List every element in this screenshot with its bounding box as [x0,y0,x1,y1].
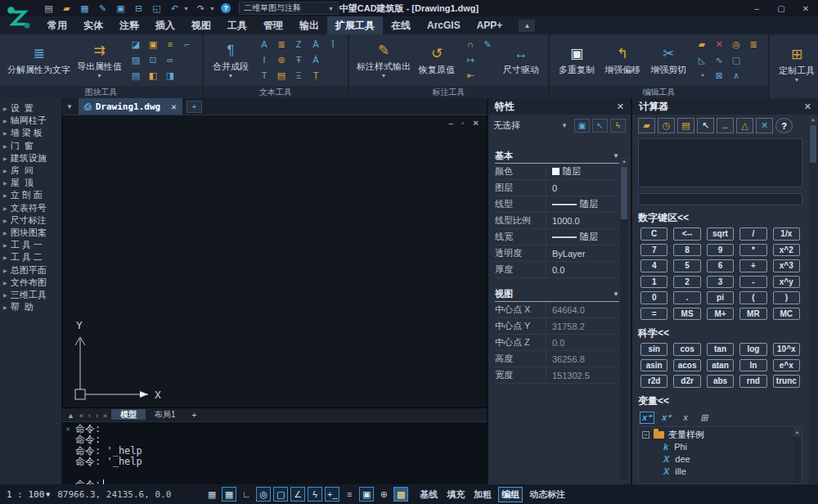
calc-key-asin[interactable]: asin [640,359,667,372]
calc-key-square[interactable]: x^2 [773,244,800,257]
calc-key-9[interactable]: 9 [707,244,734,257]
quick-select-icon[interactable]: ↖ [592,119,608,133]
text-circle-icon[interactable]: ⊛ [274,52,289,67]
variables-section-label[interactable]: 变量<< [632,389,808,410]
calc-key-divide[interactable]: / [739,227,766,241]
calc-key-tan[interactable]: tan [707,343,734,356]
block-swap-icon[interactable]: ◧ [146,68,160,83]
sidebar-item-8[interactable]: ▶立 剖 面 [0,189,61,201]
calc-key-atan[interactable]: atan [707,359,734,372]
calc-key-c[interactable]: C [640,227,667,241]
calc-key-multiply[interactable]: * [739,244,766,257]
curve-icon[interactable]: ∿ [712,52,726,67]
property-value[interactable]: 0 [546,180,619,196]
text-justify-icon[interactable]: Ξ [291,68,306,83]
calc-key-ln[interactable]: ln [739,359,766,372]
dim-offset-icon[interactable]: ⇤ [463,68,478,83]
calculator-display[interactable] [638,138,802,187]
merge-to-paragraph-button[interactable]: ¶合并成段▼ [211,41,250,79]
selection-cycling-icon[interactable]: ⊕ [376,487,391,502]
text-style-icon[interactable]: T [257,68,272,83]
collapse-node-icon[interactable]: − [642,431,649,439]
text-rotate-icon[interactable]: Z [291,37,306,52]
calculator-scrollbar[interactable]: ▲ [809,115,817,484]
calc-key-d2r[interactable]: d2r [673,375,700,388]
enhanced-trim-button[interactable]: ✂增强剪切 [649,44,688,76]
menu-tab-5[interactable]: 视图 [183,16,219,35]
canvas-close-icon[interactable]: ✕ [473,119,479,128]
calc-key-power[interactable]: x^y [773,276,800,289]
calc-key-sin[interactable]: sin [640,343,667,356]
doc-list-dropdown-icon[interactable]: ▼ [65,103,74,110]
brush-icon[interactable]: ▰ [694,37,709,52]
new-layout-button[interactable]: + [187,411,203,420]
drawing-canvas[interactable]: – ▫ ✕ Y X [62,115,487,408]
swap-icon[interactable]: ◎ [729,37,744,52]
sidebar-item-2[interactable]: ▶轴网柱子 [0,115,61,127]
multiple-copy-button[interactable]: ▣多重复制 [557,44,596,76]
triangle-icon[interactable]: ◺ [694,52,709,67]
calc-key-equals[interactable]: = [640,308,667,321]
sidebar-item-15[interactable]: ▶文件布图 [0,277,61,289]
menu-tab-2[interactable]: 实体 [75,16,111,35]
custom-tools-button[interactable]: ⊞定制工具▼ [777,45,816,83]
calc-key-4[interactable]: 4 [640,259,667,272]
command-close-icon[interactable]: ✕ [62,422,74,484]
calc-key-7[interactable]: 7 [640,244,667,257]
calc-key-mc[interactable]: MC [773,308,800,321]
layout-nav-icon-1[interactable]: ▲ [65,412,77,420]
calc-key-0[interactable]: 0 [640,291,667,304]
scroll-thumb[interactable] [621,167,627,219]
text-mark-icon[interactable]: Ṭ [308,68,323,83]
calc-key-sqrt[interactable]: sqrt [707,227,734,241]
polyline-icon[interactable]: ∧ [729,68,744,83]
clear-icon[interactable]: ✕ [756,118,773,133]
clip-region-icon[interactable]: ⊠ [712,68,726,83]
variable-category-row[interactable]: − 变量样例 [642,429,798,441]
zoom-extents-icon[interactable]: ◱ [151,1,163,16]
attr-flush-icon[interactable]: ≡ [163,37,178,52]
copy-sheets-icon[interactable]: ▣ [115,1,127,16]
explode-attr-to-text-button[interactable]: ≣分解属性为文字 [7,44,70,76]
scroll-thumb[interactable] [810,125,816,163]
lineweight-icon[interactable]: ≡ [342,487,357,502]
save-icon[interactable]: ▦ [79,1,91,16]
block-link-icon[interactable]: ∞ [163,52,178,67]
undo-icon[interactable]: ↶ [169,1,181,16]
calc-key-abs[interactable]: abs [707,375,734,388]
text-case-icon[interactable]: Ā [308,37,323,52]
text-spell-icon[interactable]: Â [308,52,323,67]
scroll-up-icon[interactable]: ▲ [793,428,801,437]
variable-item-3[interactable]: Xille [642,466,798,478]
sidebar-item-14[interactable]: ▶总图平面 [0,263,61,276]
tree-scrollbar[interactable]: ▲ [793,428,801,484]
calc-key-5[interactable]: 5 [673,259,700,272]
new-drawing-button[interactable]: + [187,101,202,113]
sidebar-item-10[interactable]: ▶尺寸标注 [0,214,61,227]
calc-key-pi[interactable]: pi [707,291,734,304]
sidebar-item-11[interactable]: ▶图块图案 [0,227,61,239]
close-tab-icon[interactable]: ✕ [171,101,177,112]
text-doc-icon[interactable]: ▤ [274,68,289,83]
property-value[interactable]: 0.0 [546,335,619,350]
dynamic-dim-toggle[interactable]: 动态标注 [527,488,568,502]
sidebar-item-5[interactable]: ▶建筑设施 [0,152,61,164]
calc-key-1[interactable]: 1 [640,276,667,289]
erase-icon[interactable]: ✕ [712,37,726,52]
calc-key-ms[interactable]: MS [673,308,700,321]
layout-tab-2[interactable]: 布局1 [146,409,185,420]
grid-display-icon[interactable]: ▦ [204,487,219,502]
help-icon[interactable]: ? [221,3,231,13]
dynamic-input-icon[interactable]: +_ [325,487,339,502]
numeric-keypad-icon[interactable]: ⊞ [698,412,711,424]
dropdown-caret-icon[interactable]: ▼ [183,6,189,11]
menu-tab-8[interactable]: 输出 [291,16,327,35]
dim-continue-icon[interactable]: ↦ [463,52,478,67]
calc-key-6[interactable]: 6 [707,259,734,272]
eraser-icon[interactable]: ▰ [638,118,655,133]
close-button[interactable]: ✕ [793,0,818,16]
calc-key-acos[interactable]: acos [673,359,700,372]
fill-toggle[interactable]: 填充 [444,488,467,502]
new-file-icon[interactable]: ▤ [43,1,55,16]
section-header[interactable]: 视图▼ [495,286,619,302]
